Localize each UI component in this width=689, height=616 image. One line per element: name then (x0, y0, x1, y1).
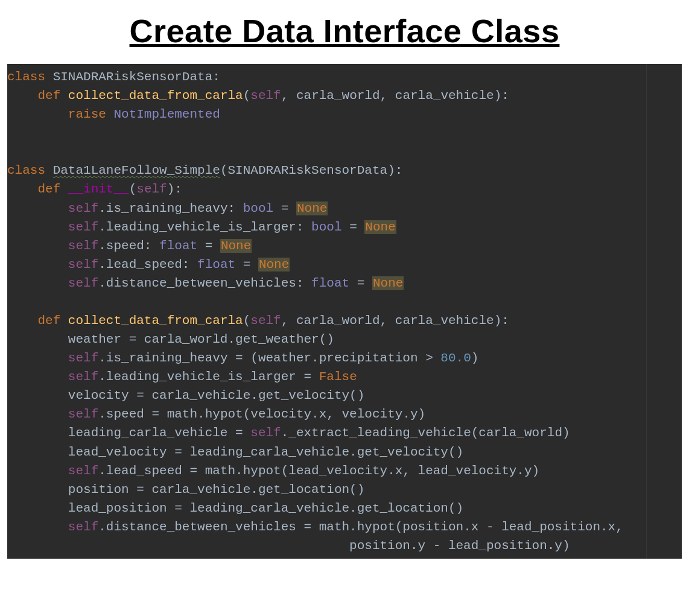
keyword-raise: raise (68, 107, 106, 121)
self-ref: self (68, 407, 98, 421)
none-value: None (258, 258, 290, 271)
number-literal: 80.0 (440, 351, 471, 365)
attr: .speed: (98, 239, 159, 253)
eq: = (273, 202, 296, 215)
code-text: .distance_between_vehicles = math.hypot(… (98, 520, 623, 534)
attr: .distance_between_vehicles: (98, 276, 311, 290)
type-float: float (159, 239, 197, 253)
none-value: None (220, 239, 252, 253)
class-name: SINADRARiskSensorData (53, 70, 213, 84)
keyword-class: class (7, 70, 45, 84)
code-text: .speed = math.hypot(velocity.x, velocity… (98, 407, 425, 421)
type-bool: bool (243, 202, 273, 215)
attr: .leading_vehicle_is_larger: (98, 220, 311, 234)
code-line: weather = carla_world.get_weather() (68, 332, 334, 346)
none-value: None (372, 276, 404, 290)
attr: .lead_speed: (98, 258, 197, 271)
function-name: collect_data_from_carla (68, 89, 243, 103)
keyword-class: class (7, 164, 45, 177)
code-line: position.y - lead_position.y) (7, 539, 570, 553)
type-float: float (311, 276, 349, 290)
type-float: float (197, 258, 235, 271)
code-text: leading_carla_vehicle = (68, 426, 250, 440)
code-text: .leading_vehicle_is_larger = (98, 370, 319, 384)
code-text: .lead_speed = math.hypot(lead_velocity.x… (98, 464, 539, 478)
dunder-init: __init__ (68, 182, 129, 196)
builtin-exception: NotImplemented (113, 107, 220, 121)
param: carla_vehicle (395, 314, 494, 328)
class-name: Data1LaneFollow_Simple (53, 164, 220, 177)
self-ref: self (68, 520, 98, 534)
self-ref: self (68, 276, 98, 290)
keyword-def: def (37, 314, 60, 328)
eq: = (342, 220, 365, 234)
type-bool: bool (311, 220, 341, 234)
self-ref: self (68, 351, 98, 365)
self-ref: self (68, 239, 98, 253)
const-false: False (319, 370, 357, 384)
eq: = (235, 258, 258, 271)
self-ref: self (68, 258, 98, 271)
param: carla_vehicle (395, 89, 494, 103)
attr: .is_raining_heavy: (98, 202, 243, 215)
code-text: .is_raining_heavy = (weather.precipitati… (98, 351, 440, 365)
param-self: self (136, 182, 167, 196)
none-value: None (364, 220, 396, 234)
param: carla_world (296, 89, 380, 103)
param-self: self (250, 89, 281, 103)
code-line: lead_position = leading_carla_vehicle.ge… (68, 501, 463, 515)
self-ref: self (68, 370, 98, 384)
base-class: SINADRARiskSensorData (227, 164, 387, 177)
self-ref: self (68, 464, 98, 478)
param: carla_world (296, 314, 380, 328)
keyword-def: def (37, 89, 60, 103)
code-text: ) (471, 351, 479, 365)
code-text: ._extract_leading_vehicle(carla_world) (281, 426, 570, 440)
code-block: class SINADRARiskSensorData: def collect… (7, 64, 682, 559)
self-ref: self (68, 202, 98, 215)
self-ref: self (250, 426, 281, 440)
param-self: self (250, 314, 281, 328)
self-ref: self (68, 220, 98, 234)
eq: = (349, 276, 372, 290)
colon: : (212, 70, 220, 84)
page-title: Create Data Interface Class (0, 12, 689, 49)
code-line: position = carla_vehicle.get_location() (68, 483, 364, 497)
function-name: collect_data_from_carla (68, 314, 243, 328)
code-line: lead_velocity = leading_carla_vehicle.ge… (68, 445, 463, 459)
keyword-def: def (37, 182, 60, 196)
none-value: None (296, 202, 328, 215)
eq: = (197, 239, 220, 253)
code-line: velocity = carla_vehicle.get_velocity() (68, 389, 364, 402)
